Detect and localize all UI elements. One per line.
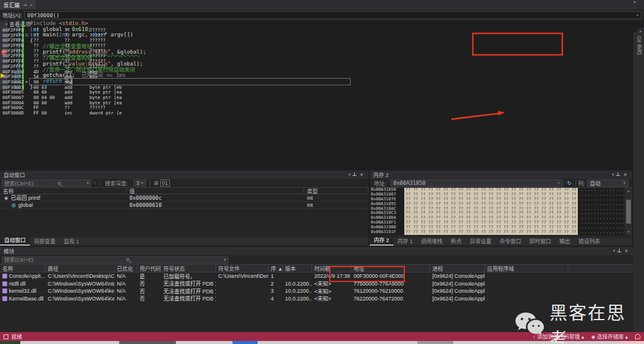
refresh-icon[interactable]: ↻ (567, 180, 572, 186)
memory-tab-0[interactable]: 内存 2 (370, 235, 394, 246)
modules-col-4[interactable]: 符号状态 (161, 265, 216, 272)
window-menu-icon[interactable]: ▾ (633, 0, 636, 10)
autos-col-0[interactable]: 名称 (0, 188, 126, 194)
module-row-2[interactable]: kernel32.dllC:\Windows\SysWOW64\kerne...… (0, 287, 633, 295)
disassembly-row-16[interactable]: 00F3000DFF 00incdword ptr [e (2, 111, 636, 116)
memory-tab-5[interactable]: 命令窗口 (496, 237, 525, 246)
modules-column-headers: 名称路径已优化用户代码符号状态符号文件序 ▲版本时间戳地址进程应用程序域 (0, 265, 633, 272)
memory-tab-3[interactable]: 断点 (447, 237, 466, 246)
memory-tab-8[interactable]: 错误列表 (574, 237, 604, 246)
close-icon[interactable]: × (360, 172, 363, 178)
modules-col-8[interactable]: 时间戳 (312, 265, 351, 272)
modules-col-6[interactable]: 序 ▲ (268, 265, 283, 272)
disassembly-row-9[interactable]: 00F300015Apopedx (2, 75, 636, 80)
autos-type: int (304, 202, 369, 208)
global-variable-icon: ◍ (11, 202, 16, 208)
autos-value: 0x0000000c (126, 195, 304, 201)
format-toggle-icon[interactable]: 01 (160, 179, 170, 187)
memory-tab-6[interactable]: 即时窗口 (525, 237, 555, 246)
search-icon (58, 182, 61, 185)
autos-name: global (18, 202, 33, 208)
ready-icon (4, 334, 8, 339)
memory-tab-1[interactable]: 内存 1 (394, 237, 417, 246)
memory-tab-2[interactable]: 调用堆栈 (417, 237, 447, 246)
memory-tab-strip: 内存 2内存 1调用堆栈断点异常设置命令窗口即时窗口输出错误列表 (370, 237, 632, 246)
ready-label: 就绪 (11, 333, 22, 340)
search-depth-dropdown[interactable]: 3▾ (134, 179, 147, 187)
memory-vscrollbar[interactable]: ▲▼ (625, 188, 632, 235)
memory-tab-7[interactable]: 输出 (555, 237, 574, 246)
wechat-watermark: 黑客在思考 (514, 298, 644, 344)
autos-tab-1[interactable]: 局部变量 (30, 237, 60, 246)
autos-rows: ◈已返回 printf0x0000000cint◍global0x0000061… (0, 194, 369, 209)
autos-search-box[interactable]: 搜索(Ctrl+E)▾ (2, 179, 91, 187)
modules-col-3[interactable]: 用户代码 (137, 265, 161, 272)
memory-title: 内存 2 (373, 171, 389, 179)
tab-pin-icon[interactable]: ⇥ (23, 2, 27, 8)
visual-studio-window: ∞ 文件(F)编辑(E)视图(V)Git(G)项目(P)生成(B)调试(D)测试… (0, 0, 644, 344)
pin-values-icon[interactable]: ⊞ (154, 180, 159, 186)
autos-name: 已返回 printf (11, 195, 41, 201)
module-row-0[interactable]: ConsoleAppli...C:\Users\Vincent\Desktop\… (0, 272, 633, 280)
address-label: 地址(A): (2, 11, 22, 19)
autos-row-1[interactable]: ◍global0x00000610int (0, 202, 369, 209)
close-icon[interactable]: × (624, 172, 627, 178)
search-prev-icon[interactable]: ↑ (94, 180, 97, 186)
autos-row-0[interactable]: ◈已返回 printf0x0000000cint (0, 194, 369, 202)
memory-address-input[interactable]: 0x00A31850▾ (391, 179, 563, 187)
code-line-1[interactable]: 1#include <stdio.h> (0, 21, 644, 27)
memory-rows[interactable]: 0x00A31850?? ?? ?? ?? ?? ?? ?? ?? ?? ?? … (371, 188, 624, 235)
module-row-1[interactable]: ntdll.dllC:\Windows\SysWOW64\ntdll.dllN/… (0, 280, 633, 288)
autos-value: 0x00000610 (126, 202, 304, 208)
memory-address-label: 地址: (374, 179, 386, 187)
module-icon (2, 274, 7, 278)
autos-type: int (304, 195, 369, 201)
module-name: KernelBase.dll (9, 296, 44, 302)
module-name: ntdll.dll (9, 281, 26, 287)
memory-columns-dropdown[interactable]: 自动▾ (587, 179, 628, 187)
modules-col-7[interactable]: 版本 (283, 265, 312, 272)
memory-panel: 内存 2 ▾ × 地址: 0x00A31850▾ ↻ 列: 自动▾ 0x00A3… (370, 171, 632, 246)
module-icon (2, 296, 7, 301)
module-name: kernel32.dll (9, 288, 36, 294)
address-input[interactable]: 00f30000()▾ (24, 11, 642, 19)
modules-col-5[interactable]: 符号文件 (216, 265, 268, 272)
modules-col-10[interactable]: 进程 (430, 265, 485, 272)
disassembly-address-row: 地址(A): 00f30000()▾ (0, 10, 644, 21)
window-menu-icon[interactable]: ▾ (612, 172, 614, 177)
modules-col-9[interactable]: 地址 (351, 265, 430, 272)
pin-icon[interactable] (352, 172, 357, 177)
pin-icon[interactable] (617, 249, 621, 253)
view-options-expander[interactable]: ▾查看选项 (0, 21, 35, 27)
modules-title: 模块 (4, 247, 14, 255)
right-dock-strip: Git 更改 (633, 32, 644, 332)
search-depth-label: 搜索深度: (105, 179, 128, 187)
pin-icon[interactable] (616, 172, 620, 177)
autos-col-2[interactable]: 类型 (304, 188, 369, 194)
wechat-icon (514, 311, 545, 337)
memory-tab-4[interactable]: 异常设置 (466, 237, 496, 246)
autos-panel: 自动窗口 ▾ × 搜索(Ctrl+E)▾ ↑ ↓ 搜索深度: 3▾ ⊞ 01 名… (0, 171, 369, 246)
method-result-icon: ◈ (4, 195, 8, 201)
autos-tab-0[interactable]: 自动窗口 (0, 235, 30, 246)
window-menu-icon[interactable]: ▾ (348, 172, 351, 177)
module-icon (2, 281, 7, 286)
modules-col-11[interactable]: 应用程序域 (485, 265, 568, 272)
modules-search-box[interactable]: 搜索(Ctrl+E)▾ (2, 256, 228, 264)
memory-row-9[interactable]: 0x00A3191F?? ?? ?? ?? ?? ?? ?? ?? ?? ?? … (371, 230, 624, 235)
autos-col-1[interactable]: 值 (126, 188, 304, 194)
memory-columns-label: 列: (578, 179, 585, 187)
git-changes-vertical-tab[interactable]: Git 更改 (636, 36, 643, 55)
search-next-icon[interactable]: ↓ (99, 180, 102, 186)
modules-col-1[interactable]: 路径 (45, 265, 114, 272)
module-icon (2, 289, 7, 293)
disassembly-tab[interactable]: 反汇编 ⇥ × (0, 0, 36, 10)
autos-tab-strip: 自动窗口局部变量监视 1 (0, 237, 369, 246)
close-icon[interactable]: × (625, 248, 628, 254)
modules-col-2[interactable]: 已优化 (114, 265, 137, 272)
autos-tab-2[interactable]: 监视 1 (60, 237, 83, 246)
modules-col-0[interactable]: 名称 (0, 265, 45, 272)
search-icon (126, 258, 129, 261)
window-menu-icon[interactable]: ▾ (613, 249, 615, 253)
tab-close-icon[interactable]: × (30, 2, 33, 8)
